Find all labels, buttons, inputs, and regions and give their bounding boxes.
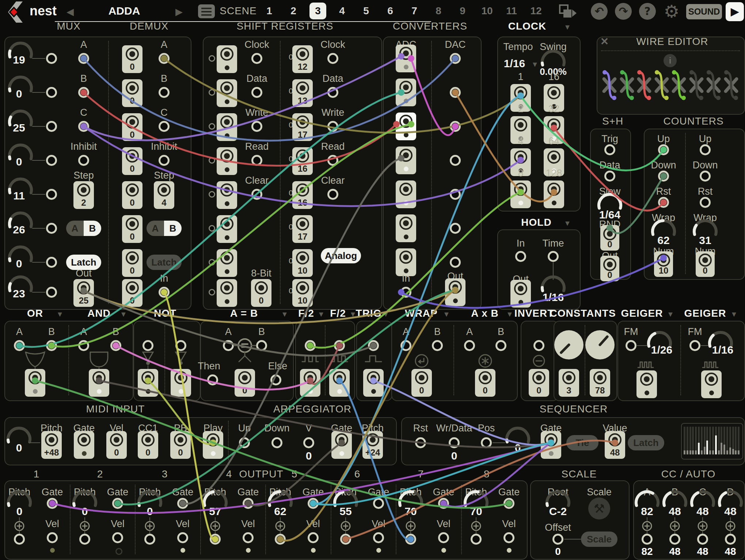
scale-root-knob[interactable] xyxy=(542,488,574,508)
sr1-tap-port-2[interactable] xyxy=(209,123,215,130)
scale-quantize-button[interactable]: Scale xyxy=(581,532,617,547)
scene-button-3[interactable]: 3 xyxy=(309,3,326,19)
aeqb-b-port[interactable] xyxy=(256,340,267,351)
ch8-pitch-mod-port[interactable] xyxy=(471,534,482,545)
ch1-pitch-mod-plus[interactable] xyxy=(14,521,24,531)
counter2-down-port[interactable] xyxy=(700,171,711,182)
scene-button-5[interactable]: 5 xyxy=(358,3,375,19)
geiger1-dropdown-icon[interactable]: ▼ xyxy=(612,308,729,320)
aeqb-else-port[interactable] xyxy=(270,374,281,385)
sh-trig-port[interactable] xyxy=(604,144,615,155)
prev-patch-icon[interactable]: ◀ xyxy=(12,6,129,18)
ch6-pitch-mod-port[interactable] xyxy=(340,534,351,545)
scene-button-7[interactable]: 7 xyxy=(406,3,423,19)
undo-icon[interactable]: ↶ xyxy=(591,3,608,20)
axb-out-box[interactable]: 0 xyxy=(475,369,495,397)
constant-out-box-1[interactable]: 3 xyxy=(559,369,579,397)
ch4-pitch-mod-port[interactable] xyxy=(210,534,221,545)
wire-slot-1[interactable] xyxy=(619,69,635,102)
mux-input-port-7[interactable] xyxy=(46,287,57,298)
ch1-vel-port[interactable] xyxy=(47,532,58,543)
dac-stage-port-2[interactable] xyxy=(450,121,461,132)
sr1-clear-port[interactable] xyxy=(251,189,262,200)
geiger2-dropdown-icon[interactable]: ▼ xyxy=(676,308,745,320)
arp-down-port[interactable] xyxy=(271,437,282,448)
wire-slot-3[interactable] xyxy=(653,69,670,102)
seq-value-box[interactable]: 48 xyxy=(605,431,625,459)
or-a-port[interactable] xyxy=(14,340,25,351)
or-b-port[interactable] xyxy=(46,340,57,351)
ch1-pitch-knob[interactable] xyxy=(4,488,35,508)
mux-out-box[interactable]: 25 xyxy=(73,279,94,307)
ch7-pitch-mod-plus[interactable] xyxy=(406,521,416,531)
demux-output-box-1[interactable]: 0 xyxy=(122,79,142,107)
adc-stage-box-6[interactable] xyxy=(396,248,416,276)
hold-time-port[interactable] xyxy=(548,251,559,262)
dac-stage-port-0[interactable] xyxy=(450,53,461,64)
seq-pos-port[interactable] xyxy=(481,437,492,448)
info-icon[interactable]: i xyxy=(664,54,677,67)
sr1-stage-box-1[interactable] xyxy=(217,79,237,107)
mux-input-port-0[interactable] xyxy=(46,53,57,64)
ch6-vel-port[interactable] xyxy=(373,532,384,543)
ch2-pitch-mod-port[interactable] xyxy=(79,534,90,545)
mux-port-inhibit[interactable] xyxy=(78,155,89,166)
aeqb-a-port[interactable] xyxy=(223,340,234,351)
ch5-pitch-mod-port[interactable] xyxy=(275,534,286,545)
arp-pitch-box[interactable]: +24 xyxy=(362,431,383,459)
scene-button-6[interactable]: 6 xyxy=(382,3,399,19)
sr2-data-port[interactable] xyxy=(327,87,338,98)
cc-a-mod-port[interactable] xyxy=(642,534,653,545)
ch5-vel-port[interactable] xyxy=(308,532,319,543)
f2-in-port-1[interactable] xyxy=(305,340,316,351)
f2a-dropdown-icon[interactable]: ▼ xyxy=(263,308,380,320)
hold-out-box[interactable] xyxy=(510,280,531,308)
ch7-pitch-mod-port[interactable] xyxy=(405,534,416,545)
adc-stage-box-1[interactable] xyxy=(396,79,416,106)
adc-stage-box-4[interactable] xyxy=(396,180,416,208)
sound-button[interactable]: SOUND xyxy=(686,4,722,19)
ch7-vel-port[interactable] xyxy=(438,532,449,543)
clock-div-box-1[interactable] xyxy=(510,84,531,112)
wire-slot-4[interactable] xyxy=(670,69,687,102)
mux-input-knob-4[interactable] xyxy=(5,175,36,196)
demux-step-box[interactable]: 4 xyxy=(154,181,174,209)
sr1-tap-port-4[interactable] xyxy=(209,191,215,198)
aeqb-then-port[interactable] xyxy=(207,374,218,385)
seq-gate-box[interactable] xyxy=(541,431,561,459)
mux-input-knob-0[interactable] xyxy=(5,39,36,60)
demux-latch-button[interactable]: Latch xyxy=(147,255,182,270)
cc-c-knob[interactable] xyxy=(687,488,718,508)
ch6-gate-port[interactable] xyxy=(373,498,384,509)
demux-output-box-4[interactable]: 0 xyxy=(122,181,142,209)
trig-in-port[interactable] xyxy=(368,340,379,351)
demux-output-box-7[interactable]: 0 xyxy=(122,279,142,307)
sr1-read-port[interactable] xyxy=(251,155,262,166)
geiger1-out-box[interactable] xyxy=(636,370,657,398)
ch3-vel-port[interactable] xyxy=(177,532,188,543)
scene-button-10[interactable]: 10 xyxy=(479,3,495,19)
mux-input-knob-6[interactable] xyxy=(5,243,36,264)
sr2-write-port[interactable] xyxy=(327,121,338,132)
f2-in-port-2[interactable] xyxy=(334,340,345,351)
geiger2-fm-port[interactable] xyxy=(689,340,700,351)
scene-button-11[interactable]: 11 xyxy=(503,3,520,19)
mux-input-port-3[interactable] xyxy=(46,155,57,166)
demux-port-b[interactable] xyxy=(159,87,170,98)
wire-slot-0[interactable] xyxy=(601,69,618,102)
mux-input-port-2[interactable] xyxy=(46,121,57,132)
ch3-pitch-knob[interactable] xyxy=(134,488,166,508)
wrap-a-port[interactable] xyxy=(400,340,411,351)
counter2-rst-port[interactable] xyxy=(700,197,711,208)
sr1-tap-port-7[interactable] xyxy=(209,289,215,296)
ab-option-b[interactable]: B xyxy=(164,221,182,236)
ch4-gate-port[interactable] xyxy=(243,498,254,509)
ch7-gate-port[interactable] xyxy=(438,498,449,509)
cc-d-knob[interactable] xyxy=(715,488,745,508)
patch-menu-icon[interactable] xyxy=(198,4,215,18)
counter1-rst-port[interactable] xyxy=(658,197,669,208)
sh-slew-knob[interactable] xyxy=(594,191,626,211)
clock-div-box-2[interactable] xyxy=(510,116,531,144)
cc-d-mod-port[interactable] xyxy=(725,534,736,545)
ch2-vel-port[interactable] xyxy=(112,532,123,543)
